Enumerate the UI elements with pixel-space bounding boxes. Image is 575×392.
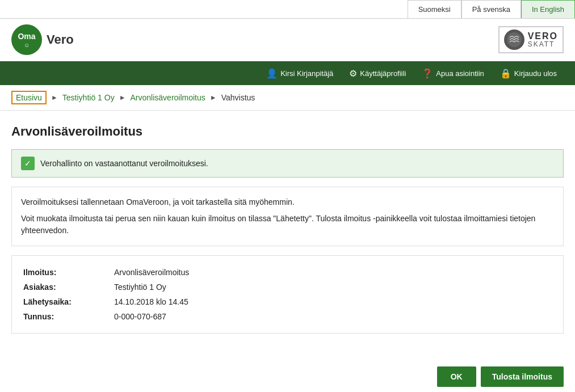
info-line-1: Veroilmoituksesi tallennetaan OmaVeroon,… bbox=[21, 196, 554, 208]
success-message-box: ✓ Verohallinto on vastaanottanut veroilm… bbox=[11, 149, 564, 178]
nav-logout[interactable]: 🔒 Kirjaudu ulos bbox=[493, 68, 564, 79]
nav-bar: 👤 Kirsi Kirjanpitäjä ⚙ Käyttäjäprofiili … bbox=[0, 61, 575, 85]
oma-text: Oma bbox=[18, 32, 35, 41]
success-check-icon: ✓ bbox=[21, 157, 35, 170]
nav-profile[interactable]: ⚙ Käyttäjäprofiili bbox=[342, 68, 413, 79]
vero-text: Vero bbox=[47, 32, 74, 47]
details-table: Ilmoitus: Arvonlisäveroilmoitus Asiakas:… bbox=[23, 265, 552, 324]
breadcrumb-sep-2: ► bbox=[119, 94, 126, 102]
success-message-text: Verohallinto on vastaanottanut veroilmoi… bbox=[40, 159, 208, 168]
breadcrumb-form[interactable]: Arvonlisäveroilmoitus bbox=[131, 93, 205, 102]
info-line-2: Voit muokata ilmoitusta tai perua sen ni… bbox=[21, 213, 554, 237]
lang-english[interactable]: In English bbox=[521, 0, 575, 18]
help-icon: ❓ bbox=[422, 68, 433, 79]
breadcrumb-company[interactable]: Testiyhtiö 1 Oy bbox=[62, 93, 115, 102]
nav-help[interactable]: ❓ Apua asiointiin bbox=[415, 68, 491, 79]
lahetys-label: Lähetysaika: bbox=[23, 294, 114, 309]
lang-suomeksi[interactable]: Suomeksi bbox=[408, 0, 461, 18]
details-row-tunnus: Tunnus: 0-000-070-687 bbox=[23, 309, 552, 324]
breadcrumb-sep-1: ► bbox=[51, 94, 58, 102]
ilmoitus-value: Arvonlisäveroilmoitus bbox=[114, 265, 552, 280]
asiakas-label: Asiakas: bbox=[23, 280, 114, 294]
breadcrumb: Etusivu ► Testiyhtiö 1 Oy ► Arvonlisäver… bbox=[0, 85, 575, 111]
details-box: Ilmoitus: Arvonlisäveroilmoitus Asiakas:… bbox=[11, 255, 564, 334]
page-title: Arvonlisäveroilmoitus bbox=[11, 124, 564, 139]
user-icon: 👤 bbox=[266, 68, 278, 79]
breadcrumb-home[interactable]: Etusivu bbox=[11, 91, 47, 104]
footer-buttons: OK Tulosta ilmoitus bbox=[0, 361, 575, 392]
details-row-asiakas: Asiakas: Testiyhtiö 1 Oy bbox=[23, 280, 552, 294]
lock-icon: 🔒 bbox=[500, 68, 511, 79]
tunnus-label: Tunnus: bbox=[23, 309, 114, 324]
language-bar: Suomeksi På svenska In English bbox=[0, 0, 575, 19]
main-content: Arvonlisäveroilmoitus ✓ Verohallinto on … bbox=[0, 111, 575, 361]
asiakas-value: Testiyhtiö 1 Oy bbox=[114, 280, 552, 294]
ilmoitus-label: Ilmoitus: bbox=[23, 265, 114, 280]
lahetys-value: 14.10.2018 klo 14.45 bbox=[114, 294, 552, 309]
breadcrumb-current: Vahvistus bbox=[221, 93, 255, 102]
details-row-ilmoitus: Ilmoitus: Arvonlisäveroilmoitus bbox=[23, 265, 552, 280]
print-button[interactable]: Tulosta ilmoitus bbox=[481, 366, 564, 387]
info-box: Veroilmoituksesi tallennetaan OmaVeroon,… bbox=[11, 187, 564, 246]
nav-user[interactable]: 👤 Kirsi Kirjanpitäjä bbox=[259, 68, 340, 79]
header: Oma ☺ Vero VERO SKATT bbox=[0, 19, 575, 61]
vero-skatt-logo: VERO SKATT bbox=[498, 26, 564, 53]
details-row-lahetys: Lähetysaika: 14.10.2018 klo 14.45 bbox=[23, 294, 552, 309]
vero-icon bbox=[504, 29, 524, 50]
tunnus-value: 0-000-070-687 bbox=[114, 309, 552, 324]
lang-svenska[interactable]: På svenska bbox=[461, 0, 521, 18]
oma-logo: Oma ☺ bbox=[11, 24, 42, 55]
vero-brand-text: VERO SKATT bbox=[528, 31, 558, 49]
logo-area: Oma ☺ Vero bbox=[11, 24, 74, 55]
ok-button[interactable]: OK bbox=[437, 366, 476, 387]
breadcrumb-sep-3: ► bbox=[210, 94, 217, 102]
gear-icon: ⚙ bbox=[349, 68, 357, 79]
